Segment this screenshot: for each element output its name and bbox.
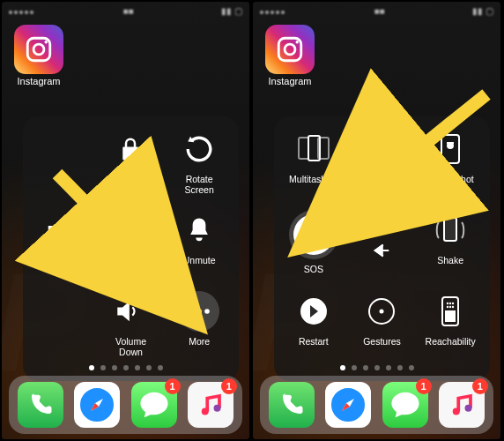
svg-point-31: [449, 306, 451, 308]
screenshot-label: Screenshot: [427, 174, 474, 184]
shake-button[interactable]: Shake: [416, 210, 485, 291]
svg-marker-19: [375, 246, 382, 256]
multitasking-icon: [293, 129, 334, 169]
dock: 1 1: [260, 376, 493, 434]
svg-point-30: [447, 306, 448, 308]
instagram-app-icon[interactable]: [14, 25, 63, 74]
safari-app-icon[interactable]: [74, 382, 120, 428]
shake-icon: [430, 210, 471, 250]
sos-icon: SOS: [293, 214, 334, 255]
svg-point-2: [45, 41, 48, 43]
screenshot-icon: [430, 129, 471, 169]
messages-app-icon[interactable]: 1: [382, 382, 428, 428]
lock-screen-label: LockScreen: [116, 174, 145, 195]
music-badge: 1: [221, 378, 237, 394]
sos-focus: SOS: [289, 210, 338, 259]
instagram-app-label: Instagram: [14, 76, 63, 86]
dock: 1 1: [9, 376, 242, 434]
lock-icon: [110, 129, 151, 169]
more-label: More: [189, 336, 210, 347]
phone-right: P P ■■ ▮▮ ▢ Instagram Multitasking: [253, 2, 500, 439]
svg-point-24: [380, 310, 384, 314]
svg-point-27: [447, 303, 448, 304]
music-app-icon[interactable]: 1: [188, 382, 233, 428]
rotate-screen-label: RotateScreen: [185, 174, 214, 195]
lock-screen-button[interactable]: LockScreen: [97, 129, 166, 210]
svg-point-5: [204, 309, 210, 314]
svg-point-29: [452, 303, 454, 304]
volume-up-icon: [42, 210, 83, 250]
svg-point-11: [285, 44, 295, 55]
svg-point-32: [452, 306, 454, 308]
screenshot-button[interactable]: Screenshot: [416, 129, 485, 210]
messages-app-icon[interactable]: 1: [131, 382, 177, 428]
restart-icon: [293, 291, 334, 332]
gestures-icon: [361, 291, 402, 332]
svg-point-36: [464, 405, 471, 412]
rotate-icon: [179, 129, 219, 169]
svg-rect-18: [447, 142, 454, 144]
phone-left: P P ■■ ▮▮ ▢ Instagram LockScreen: [2, 2, 249, 439]
assistivetouch-panel[interactable]: LockScreen RotateScreen VolumeUp: [23, 116, 239, 381]
svg-point-1: [33, 44, 44, 55]
more-icon: [179, 291, 219, 332]
music-app-icon[interactable]: 1: [439, 382, 485, 428]
multitasking-label: Multitasking: [289, 174, 337, 184]
restart-label: Restart: [299, 336, 329, 347]
volume-down-label: VolumeDown: [115, 336, 146, 357]
svg-point-3: [189, 309, 194, 314]
unmute-button[interactable]: Unmute: [165, 210, 233, 291]
volume-down-button[interactable]: VolumeDown: [97, 291, 166, 372]
messages-badge: 1: [165, 378, 181, 394]
status-bar: ■■ ▮▮ ▢: [2, 2, 249, 19]
volume-up-label: VolumeUp: [47, 255, 78, 276]
volume-up-button[interactable]: VolumeUp: [28, 210, 97, 291]
assistivetouch-more-panel[interactable]: Multitasking Screenshot SOS SOS: [274, 116, 490, 381]
phone-app-icon[interactable]: [18, 382, 63, 428]
svg-point-12: [296, 41, 299, 43]
reachability-button[interactable]: Reachability: [416, 291, 485, 372]
gestures-label: Gestures: [363, 336, 401, 347]
reachability-label: Reachability: [426, 336, 476, 347]
sos-button[interactable]: SOS SOS: [279, 210, 348, 291]
back-button[interactable]: [348, 210, 417, 291]
svg-point-9: [213, 405, 220, 412]
unmute-label: Unmute: [183, 255, 216, 265]
instagram-app-icon[interactable]: [265, 25, 315, 74]
rotate-screen-button[interactable]: RotateScreen: [165, 129, 233, 210]
instagram-app-label: Instagram: [265, 76, 315, 86]
status-bar: ■■ ▮▮ ▢: [253, 2, 500, 19]
svg-point-8: [202, 408, 209, 415]
back-arrow-icon: [372, 241, 391, 260]
sos-label: SOS: [304, 264, 323, 274]
svg-rect-26: [445, 310, 456, 322]
safari-app-icon[interactable]: [325, 382, 371, 428]
page-indicator: [2, 365, 249, 370]
svg-point-4: [196, 309, 202, 314]
volume-down-icon: [110, 291, 151, 332]
svg-point-28: [449, 303, 451, 304]
messages-badge: 1: [416, 378, 432, 394]
shake-label: Shake: [437, 255, 463, 265]
reachability-icon: [430, 291, 471, 332]
more-button[interactable]: More: [165, 291, 233, 372]
multitasking-button[interactable]: Multitasking: [279, 129, 348, 210]
phone-app-icon[interactable]: [269, 382, 315, 428]
bell-icon: [179, 210, 219, 250]
music-badge: 1: [472, 378, 488, 394]
svg-rect-20: [444, 218, 456, 241]
page-indicator: [253, 365, 500, 370]
restart-button[interactable]: Restart: [279, 291, 348, 372]
gestures-button[interactable]: Gestures: [348, 291, 417, 372]
svg-point-35: [453, 408, 460, 415]
